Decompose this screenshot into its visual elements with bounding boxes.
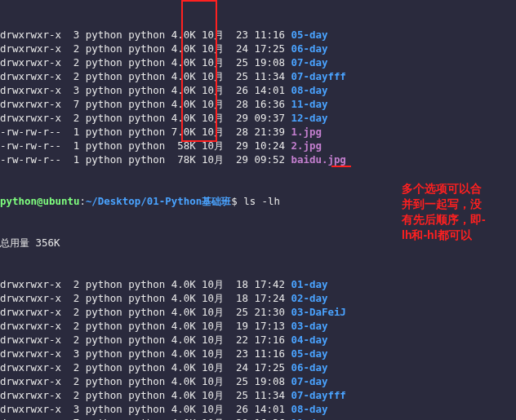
- ls-output-top: drwxrwxr-x 3 python python 4.0K 10月 23 1…: [0, 28, 516, 166]
- file-name: 2.jpg: [291, 139, 321, 152]
- file-name: 07-dayfff: [291, 389, 345, 401]
- file-name: 06-day: [291, 42, 327, 55]
- file-name: 08-day: [291, 403, 327, 415]
- prompt-dollar: $: [231, 195, 243, 207]
- perm: -rw-rw-r--: [0, 153, 61, 166]
- ls-row: drwxrwxr-x 7 python python 4.0K 10月 28 1…: [0, 416, 516, 420]
- file-name: 02-day: [291, 292, 327, 304]
- ls-row: drwxrwxr-x 2 python python 4.0K 10月 24 1…: [0, 42, 516, 55]
- perm: drwxrwxr-x: [0, 417, 61, 420]
- perm: drwxrwxr-x: [0, 347, 61, 360]
- perm: drwxrwxr-x: [0, 361, 61, 374]
- prompt-host: ubuntu: [42, 195, 79, 207]
- file-name: 03-DaFeiJ: [291, 306, 345, 318]
- ls-row: drwxrwxr-x 2 python python 4.0K 10月 19 1…: [0, 319, 516, 333]
- prompt-path: ~/Desktop/01-Python基础班: [86, 195, 231, 207]
- perm: drwxrwxr-x: [0, 29, 61, 41]
- perm: drwxrwxr-x: [0, 70, 61, 82]
- perm: drwxrwxr-x: [0, 306, 61, 318]
- prompt-user: python: [0, 195, 37, 207]
- file-name: 01-day: [291, 278, 327, 290]
- file-name: 08-day: [291, 84, 327, 96]
- total-line: 总用量 356K: [0, 236, 516, 250]
- ls-row: drwxrwxr-x 3 python python 4.0K 10月 23 1…: [0, 347, 516, 360]
- perm: drwxrwxr-x: [0, 42, 61, 55]
- file-name: 05-day: [291, 347, 327, 360]
- ls-row: drwxrwxr-x 2 python python 4.0K 10月 24 1…: [0, 360, 516, 374]
- ls-row: drwxrwxr-x 2 python python 4.0K 10月 25 1…: [0, 55, 516, 69]
- perm: drwxrwxr-x: [0, 292, 61, 304]
- ls-row: drwxrwxr-x 2 python python 4.0K 10月 18 1…: [0, 291, 516, 305]
- prompt-opt: -lh: [262, 195, 280, 207]
- perm: drwxrwxr-x: [0, 98, 61, 110]
- file-name: 07-day: [291, 375, 327, 387]
- ls-row: drwxrwxr-x 2 python python 4.0K 10月 25 1…: [0, 388, 516, 402]
- perm: drwxrwxr-x: [0, 278, 61, 290]
- prompt-line[interactable]: python@ubuntu:~/Desktop/01-Python基础班$ ls…: [0, 194, 516, 208]
- prompt-cmd: ls: [243, 195, 261, 207]
- ls-row: drwxrwxr-x 3 python python 4.0K 10月 23 1…: [0, 28, 516, 42]
- perm: -rw-rw-r--: [0, 139, 61, 152]
- file-name: 07-day: [291, 56, 327, 69]
- file-name: 11-day: [291, 417, 327, 420]
- ls-row: -rw-rw-r-- 1 python python 58K 10月 29 10…: [0, 139, 516, 153]
- ls-row: drwxrwxr-x 2 python python 4.0K 10月 22 1…: [0, 333, 516, 347]
- perm: drwxrwxr-x: [0, 389, 61, 401]
- ls-row: drwxrwxr-x 2 python python 4.0K 10月 29 0…: [0, 111, 516, 125]
- perm: drwxrwxr-x: [0, 375, 61, 387]
- perm: drwxrwxr-x: [0, 112, 61, 124]
- ls-row: drwxrwxr-x 2 python python 4.0K 10月 25 1…: [0, 374, 516, 388]
- file-name: 03-day: [291, 320, 327, 332]
- ls-row: drwxrwxr-x 3 python python 4.0K 10月 26 1…: [0, 83, 516, 97]
- file-name: 1.jpg: [291, 126, 321, 138]
- perm: drwxrwxr-x: [0, 84, 61, 96]
- file-name: 12-day: [291, 112, 327, 124]
- ls-row: -rw-rw-r-- 1 python python 78K 10月 29 09…: [0, 153, 516, 166]
- file-name: 11-day: [291, 98, 327, 110]
- file-name: 07-dayfff: [291, 70, 345, 82]
- perm: drwxrwxr-x: [0, 320, 61, 332]
- perm: -rw-rw-r--: [0, 126, 61, 138]
- ls-row: drwxrwxr-x 2 python python 4.0K 10月 25 1…: [0, 69, 516, 83]
- file-name: 05-day: [291, 29, 327, 41]
- prompt-colon: :: [79, 195, 86, 207]
- ls-row: -rw-rw-r-- 1 python python 7.0K 10月 28 2…: [0, 125, 516, 139]
- ls-row: drwxrwxr-x 2 python python 4.0K 10月 25 2…: [0, 305, 516, 319]
- perm: drwxrwxr-x: [0, 403, 61, 415]
- perm: drwxrwxr-x: [0, 56, 61, 69]
- ls-output-bottom: drwxrwxr-x 2 python python 4.0K 10月 18 1…: [0, 277, 516, 420]
- ls-row: drwxrwxr-x 2 python python 4.0K 10月 18 1…: [0, 277, 516, 291]
- terminal[interactable]: drwxrwxr-x 3 python python 4.0K 10月 23 1…: [0, 0, 516, 420]
- ls-row: drwxrwxr-x 3 python python 4.0K 10月 26 1…: [0, 402, 516, 416]
- annotation-text: 多个选项可以合并到一起写，没有先后顺序，即-lh和-hl都可以: [402, 181, 492, 243]
- file-name: 06-day: [291, 361, 327, 374]
- file-name: 04-day: [291, 334, 327, 346]
- ls-row: drwxrwxr-x 7 python python 4.0K 10月 28 1…: [0, 97, 516, 111]
- perm: drwxrwxr-x: [0, 334, 61, 346]
- file-name: baidu.jpg: [291, 153, 345, 166]
